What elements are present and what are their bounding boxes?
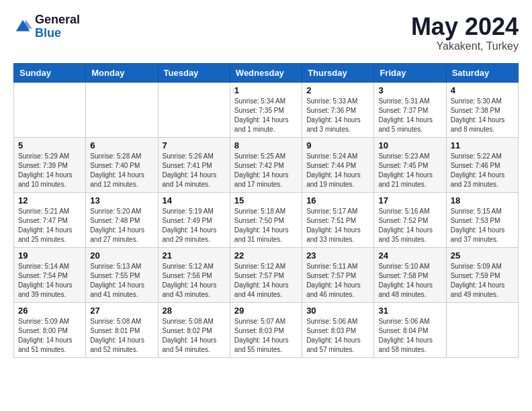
- calendar-day-cell: 16Sunrise: 5:17 AM Sunset: 7:51 PM Dayli…: [302, 192, 374, 247]
- day-info: Sunrise: 5:08 AM Sunset: 8:01 PM Dayligh…: [90, 317, 153, 355]
- day-info: Sunrise: 5:12 AM Sunset: 7:57 PM Dayligh…: [234, 262, 298, 300]
- day-info: Sunrise: 5:10 AM Sunset: 7:58 PM Dayligh…: [378, 262, 441, 300]
- day-info: Sunrise: 5:12 AM Sunset: 7:56 PM Dayligh…: [163, 262, 226, 300]
- location-title: Yakakent, Turkey: [411, 40, 519, 52]
- day-number: 9: [306, 140, 369, 150]
- calendar-day-cell: 13Sunrise: 5:20 AM Sunset: 7:48 PM Dayli…: [86, 192, 158, 247]
- logo-general: General: [35, 13, 80, 27]
- calendar-day-cell: 22Sunrise: 5:12 AM Sunset: 7:57 PM Dayli…: [230, 247, 302, 302]
- day-info: Sunrise: 5:08 AM Sunset: 8:02 PM Dayligh…: [163, 317, 226, 355]
- day-number: 30: [306, 306, 369, 316]
- calendar-day-cell: 21Sunrise: 5:12 AM Sunset: 7:56 PM Dayli…: [158, 247, 230, 302]
- calendar-day-cell: 23Sunrise: 5:11 AM Sunset: 7:57 PM Dayli…: [302, 247, 374, 302]
- day-info: Sunrise: 5:24 AM Sunset: 7:44 PM Dayligh…: [306, 152, 369, 189]
- day-number: 31: [378, 306, 441, 316]
- calendar-day-cell: 9Sunrise: 5:24 AM Sunset: 7:44 PM Daylig…: [302, 137, 374, 192]
- day-number: 18: [451, 195, 514, 205]
- day-number: 8: [234, 140, 298, 150]
- calendar-day-cell: [14, 82, 86, 137]
- calendar-day-cell: [86, 82, 158, 137]
- day-info: Sunrise: 5:19 AM Sunset: 7:49 PM Dayligh…: [163, 207, 226, 244]
- day-number: 10: [378, 140, 441, 150]
- day-number: 4: [451, 85, 514, 95]
- day-info: Sunrise: 5:29 AM Sunset: 7:39 PM Dayligh…: [18, 152, 81, 189]
- day-number: 22: [234, 250, 298, 261]
- day-number: 19: [18, 250, 81, 261]
- calendar-day-cell: 26Sunrise: 5:09 AM Sunset: 8:00 PM Dayli…: [14, 302, 86, 357]
- day-info: Sunrise: 5:09 AM Sunset: 7:59 PM Dayligh…: [451, 262, 514, 300]
- day-number: 21: [163, 250, 226, 261]
- day-number: 27: [90, 306, 153, 316]
- day-info: Sunrise: 5:22 AM Sunset: 7:46 PM Dayligh…: [451, 152, 514, 189]
- calendar-day-cell: 2Sunrise: 5:33 AM Sunset: 7:36 PM Daylig…: [302, 82, 374, 137]
- weekday-header: Thursday: [302, 63, 374, 82]
- day-number: 12: [18, 195, 81, 205]
- day-number: 25: [451, 250, 514, 261]
- day-info: Sunrise: 5:14 AM Sunset: 7:54 PM Dayligh…: [18, 262, 81, 300]
- day-number: 24: [378, 250, 441, 261]
- calendar-day-cell: 10Sunrise: 5:23 AM Sunset: 7:45 PM Dayli…: [374, 137, 446, 192]
- day-info: Sunrise: 5:17 AM Sunset: 7:51 PM Dayligh…: [306, 207, 369, 244]
- weekday-header: Tuesday: [158, 63, 230, 82]
- day-info: Sunrise: 5:06 AM Sunset: 8:03 PM Dayligh…: [306, 317, 369, 355]
- calendar-table: SundayMondayTuesdayWednesdayThursdayFrid…: [13, 63, 519, 358]
- day-info: Sunrise: 5:18 AM Sunset: 7:50 PM Dayligh…: [234, 207, 298, 244]
- day-number: 26: [18, 306, 81, 316]
- calendar-day-cell: 4Sunrise: 5:30 AM Sunset: 7:38 PM Daylig…: [446, 82, 518, 137]
- day-number: 1: [234, 85, 298, 95]
- day-number: 3: [378, 85, 441, 95]
- month-title: May 2024: [411, 13, 519, 40]
- day-info: Sunrise: 5:33 AM Sunset: 7:36 PM Dayligh…: [306, 97, 369, 134]
- logo-text: General Blue: [35, 13, 80, 40]
- calendar-day-cell: 18Sunrise: 5:15 AM Sunset: 7:53 PM Dayli…: [446, 192, 518, 247]
- day-info: Sunrise: 5:15 AM Sunset: 7:53 PM Dayligh…: [451, 207, 514, 244]
- day-info: Sunrise: 5:21 AM Sunset: 7:47 PM Dayligh…: [18, 207, 81, 244]
- day-number: 15: [234, 195, 298, 205]
- logo-icon: [13, 17, 32, 36]
- day-info: Sunrise: 5:25 AM Sunset: 7:42 PM Dayligh…: [234, 152, 298, 189]
- calendar-day-cell: 1Sunrise: 5:34 AM Sunset: 7:35 PM Daylig…: [230, 82, 302, 137]
- calendar-day-cell: 8Sunrise: 5:25 AM Sunset: 7:42 PM Daylig…: [230, 137, 302, 192]
- day-info: Sunrise: 5:31 AM Sunset: 7:37 PM Dayligh…: [378, 97, 441, 134]
- calendar-day-cell: 5Sunrise: 5:29 AM Sunset: 7:39 PM Daylig…: [14, 137, 86, 192]
- calendar-day-cell: 30Sunrise: 5:06 AM Sunset: 8:03 PM Dayli…: [302, 302, 374, 357]
- calendar-day-cell: 24Sunrise: 5:10 AM Sunset: 7:58 PM Dayli…: [374, 247, 446, 302]
- weekday-header: Saturday: [446, 63, 518, 82]
- day-number: 17: [378, 195, 441, 205]
- page-header: General Blue May 2024 Yakakent, Turkey: [13, 13, 519, 52]
- day-info: Sunrise: 5:09 AM Sunset: 8:00 PM Dayligh…: [18, 317, 81, 355]
- calendar-week-row: 12Sunrise: 5:21 AM Sunset: 7:47 PM Dayli…: [14, 192, 519, 247]
- weekday-header: Wednesday: [230, 63, 302, 82]
- day-info: Sunrise: 5:20 AM Sunset: 7:48 PM Dayligh…: [90, 207, 153, 244]
- calendar-day-cell: 6Sunrise: 5:28 AM Sunset: 7:40 PM Daylig…: [86, 137, 158, 192]
- calendar-day-cell: 12Sunrise: 5:21 AM Sunset: 7:47 PM Dayli…: [14, 192, 86, 247]
- calendar-week-row: 5Sunrise: 5:29 AM Sunset: 7:39 PM Daylig…: [14, 137, 519, 192]
- calendar-header-row: SundayMondayTuesdayWednesdayThursdayFrid…: [14, 63, 519, 82]
- logo-blue: Blue: [35, 27, 80, 40]
- day-number: 16: [306, 195, 369, 205]
- weekday-header: Sunday: [14, 63, 86, 82]
- title-section: May 2024 Yakakent, Turkey: [411, 13, 519, 52]
- day-info: Sunrise: 5:23 AM Sunset: 7:45 PM Dayligh…: [378, 152, 441, 189]
- calendar-week-row: 19Sunrise: 5:14 AM Sunset: 7:54 PM Dayli…: [14, 247, 519, 302]
- calendar-day-cell: 28Sunrise: 5:08 AM Sunset: 8:02 PM Dayli…: [158, 302, 230, 357]
- calendar-day-cell: 3Sunrise: 5:31 AM Sunset: 7:37 PM Daylig…: [374, 82, 446, 137]
- logo: General Blue: [13, 13, 80, 40]
- day-number: 7: [163, 140, 226, 150]
- day-info: Sunrise: 5:34 AM Sunset: 7:35 PM Dayligh…: [234, 97, 298, 134]
- calendar-day-cell: 20Sunrise: 5:13 AM Sunset: 7:55 PM Dayli…: [86, 247, 158, 302]
- day-number: 2: [306, 85, 369, 95]
- calendar-day-cell: 31Sunrise: 5:06 AM Sunset: 8:04 PM Dayli…: [374, 302, 446, 357]
- calendar-day-cell: 19Sunrise: 5:14 AM Sunset: 7:54 PM Dayli…: [14, 247, 86, 302]
- day-number: 28: [163, 306, 226, 316]
- day-number: 29: [234, 306, 298, 316]
- calendar-day-cell: 25Sunrise: 5:09 AM Sunset: 7:59 PM Dayli…: [446, 247, 518, 302]
- calendar-day-cell: [158, 82, 230, 137]
- calendar-day-cell: 15Sunrise: 5:18 AM Sunset: 7:50 PM Dayli…: [230, 192, 302, 247]
- day-info: Sunrise: 5:11 AM Sunset: 7:57 PM Dayligh…: [306, 262, 369, 300]
- calendar-week-row: 1Sunrise: 5:34 AM Sunset: 7:35 PM Daylig…: [14, 82, 519, 137]
- day-info: Sunrise: 5:06 AM Sunset: 8:04 PM Dayligh…: [378, 317, 441, 355]
- calendar-day-cell: 29Sunrise: 5:07 AM Sunset: 8:03 PM Dayli…: [230, 302, 302, 357]
- day-info: Sunrise: 5:07 AM Sunset: 8:03 PM Dayligh…: [234, 317, 298, 355]
- day-info: Sunrise: 5:30 AM Sunset: 7:38 PM Dayligh…: [451, 97, 514, 134]
